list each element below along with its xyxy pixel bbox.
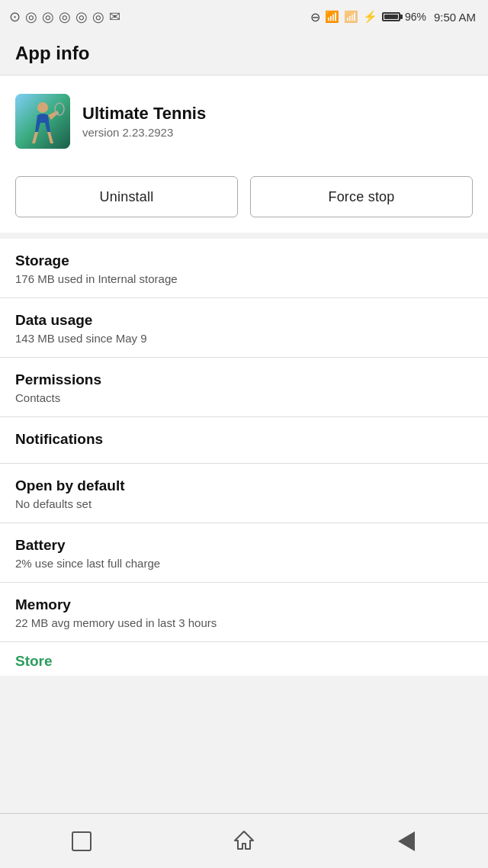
section-data-usage-title: Data usage [15, 312, 473, 329]
section-data-usage-subtitle: 143 MB used since May 9 [15, 332, 473, 345]
status-bar-left: ⊙ ◎ ◎ ◎ ◎ ◎ ✉ [9, 10, 120, 24]
app-icon-7: ✉ [109, 10, 120, 24]
status-bar-right: ⊖ 📶 📶 ⚡ 96% 9:50 AM [310, 10, 476, 24]
app-icon [15, 94, 70, 149]
app-icon-2: ◎ [25, 10, 37, 24]
main-content: Ultimate Tennis version 2.23.2923 Uninst… [0, 76, 488, 737]
header: App info [0, 34, 488, 76]
section-gap-1 [0, 233, 488, 239]
section-battery-subtitle: 2% use since last full charge [15, 557, 473, 570]
section-permissions[interactable]: Permissions Contacts [0, 358, 488, 416]
app-version: version 2.23.2923 [82, 126, 206, 139]
app-info-card: Ultimate Tennis version 2.23.2923 [0, 76, 488, 164]
app-icon-6: ◎ [92, 10, 104, 24]
home-icon [233, 829, 255, 853]
recent-apps-button[interactable] [51, 818, 112, 864]
uninstall-button[interactable]: Uninstall [15, 176, 238, 217]
section-battery[interactable]: Battery 2% use since last full charge [0, 523, 488, 582]
svg-marker-4 [235, 831, 253, 849]
app-icon-3: ◎ [42, 10, 54, 24]
svg-point-1 [37, 102, 48, 113]
page-title: App info [15, 43, 89, 63]
section-storage-title: Storage [15, 252, 473, 269]
force-stop-button[interactable]: Force stop [250, 176, 473, 217]
section-battery-title: Battery [15, 537, 473, 554]
home-button[interactable] [214, 818, 274, 864]
section-open-by-default-title: Open by default [15, 477, 473, 494]
section-data-usage[interactable]: Data usage 143 MB used since May 9 [0, 298, 488, 357]
section-open-by-default[interactable]: Open by default No defaults set [0, 464, 488, 522]
clock: 9:50 AM [434, 11, 476, 24]
section-memory-subtitle: 22 MB avg memory used in last 3 hours [15, 616, 473, 629]
signal-icon: 📶 [325, 10, 339, 24]
section-notifications-title: Notifications [15, 431, 473, 448]
signal-icon-2: 📶 [344, 10, 358, 24]
charging-icon: ⚡ [363, 10, 377, 24]
app-name: Ultimate Tennis [82, 104, 206, 124]
section-permissions-title: Permissions [15, 371, 473, 388]
section-store-partial-text: Store [15, 653, 473, 670]
battery-icon [382, 12, 400, 21]
battery-percentage: 96% [405, 11, 426, 23]
action-buttons: Uninstall Force stop [0, 164, 488, 233]
section-notifications[interactable]: Notifications [0, 417, 488, 463]
section-open-by-default-subtitle: No defaults set [15, 497, 473, 510]
app-icon-5: ◎ [75, 10, 88, 24]
app-icon-4: ◎ [59, 10, 71, 24]
back-button[interactable] [376, 818, 437, 864]
section-store-partial[interactable]: Store [0, 642, 488, 676]
app-details: Ultimate Tennis version 2.23.2923 [82, 104, 206, 139]
recent-apps-icon [72, 831, 92, 851]
app-icon-image [15, 94, 70, 149]
back-icon [398, 831, 415, 851]
section-memory[interactable]: Memory 22 MB avg memory used in last 3 h… [0, 583, 488, 641]
section-memory-title: Memory [15, 596, 473, 613]
bottom-nav [0, 813, 488, 868]
status-bar: ⊙ ◎ ◎ ◎ ◎ ◎ ✉ ⊖ 📶 📶 ⚡ 96% 9:50 AM [0, 0, 488, 34]
section-permissions-subtitle: Contacts [15, 391, 473, 404]
dnd-icon: ⊖ [310, 10, 320, 24]
section-storage[interactable]: Storage 176 MB used in Internal storage [0, 239, 488, 297]
app-icon-1: ⊙ [9, 10, 21, 24]
section-storage-subtitle: 176 MB used in Internal storage [15, 272, 473, 285]
